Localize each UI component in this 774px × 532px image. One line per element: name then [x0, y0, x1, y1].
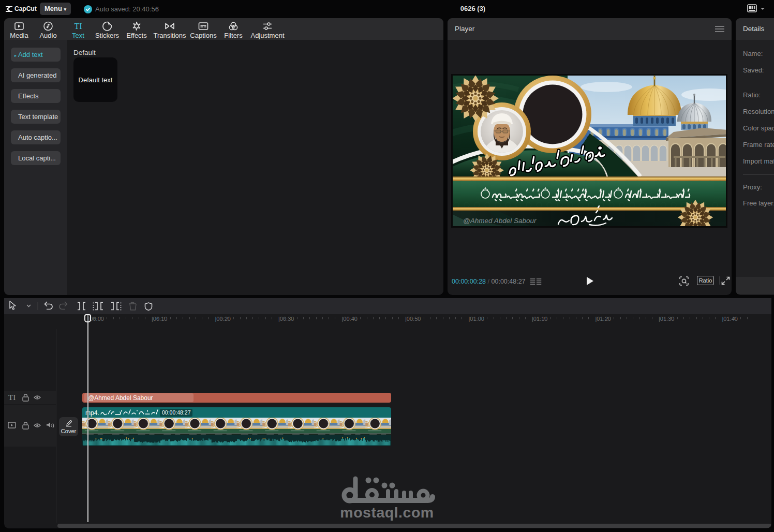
svg-text:TI: TI	[74, 22, 82, 31]
svg-text:@Ahmed Abdel Sabour: @Ahmed Abdel Sabour	[463, 217, 537, 225]
svg-text:TI: TI	[8, 393, 16, 402]
